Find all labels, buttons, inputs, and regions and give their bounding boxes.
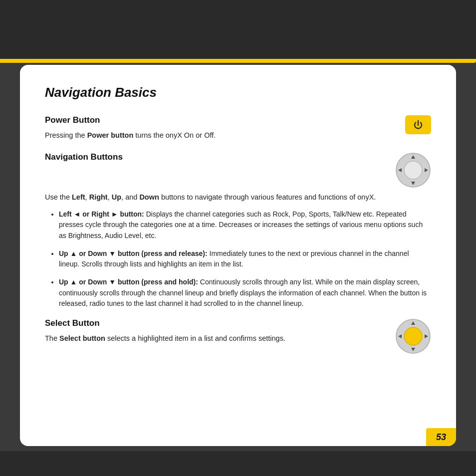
- bullet1-bold1: Left ◄ or Right ►: [59, 210, 118, 218]
- power-section-text: Power Button Pressing the Power button t…: [45, 115, 395, 141]
- nav-bullet-list: Left ◄ or Right ► button: Displays the c…: [45, 209, 431, 310]
- page-title: Navigation Basics: [45, 85, 431, 100]
- bullet3-suffix: button (press and hold):: [116, 278, 198, 286]
- bullet2-bold1: Up ▲ or Down ▼: [59, 249, 116, 257]
- nav-buttons-section: Navigation Buttons: [45, 152, 431, 309]
- select-section-text: Select Button The Select button selects …: [45, 318, 385, 344]
- select-button-section: Select Button The Select button selects …: [45, 318, 431, 354]
- bullet3-bold1: Up ▲ or Down ▼: [59, 278, 116, 286]
- page-number-area: 53: [426, 428, 456, 446]
- svg-point-2: [404, 161, 422, 179]
- nav-buttons-heading-text: Navigation Buttons: [45, 152, 123, 162]
- bullet-left-right: Left ◄ or Right ► button: Displays the c…: [59, 209, 431, 241]
- bullet-up-down-press-hold: Up ▲ or Down ▼ button (press and hold): …: [59, 277, 431, 309]
- power-button-icon: [405, 115, 431, 134]
- nav-buttons-body: Use the Left, Right, Up, and Down button…: [45, 192, 431, 203]
- bullet-up-down-press-release: Up ▲ or Down ▼ button (press and release…: [59, 248, 431, 270]
- top-dark-bar: [0, 0, 476, 59]
- select-dial-svg: [395, 318, 431, 354]
- nav-dial-icon: [395, 152, 431, 188]
- select-section-body: The Select button selects a highlighted …: [45, 333, 385, 344]
- background: Navigation Basics Power Button Pressing …: [0, 0, 476, 476]
- power-icon-badge: [405, 115, 431, 134]
- bottom-dark-strip: [0, 451, 476, 476]
- svg-point-8: [404, 327, 422, 345]
- yellow-accent-bar: [0, 59, 476, 63]
- power-section-body: Pressing the Power button turns the onyX…: [45, 130, 395, 141]
- nav-buttons-header-row: Navigation Buttons: [45, 152, 431, 188]
- bullet1-suffix: button:: [118, 210, 144, 218]
- bullet2-suffix: button (press and release):: [116, 249, 208, 257]
- select-section-heading: Select Button: [45, 318, 385, 328]
- page-number: 53: [436, 432, 446, 443]
- power-section-heading: Power Button: [45, 115, 395, 125]
- nav-dial-svg: [395, 152, 431, 188]
- power-symbol-svg: [413, 119, 424, 130]
- content-card: Navigation Basics Power Button Pressing …: [20, 65, 456, 446]
- power-button-section: Power Button Pressing the Power button t…: [45, 115, 431, 141]
- select-dial-icon: [395, 318, 431, 354]
